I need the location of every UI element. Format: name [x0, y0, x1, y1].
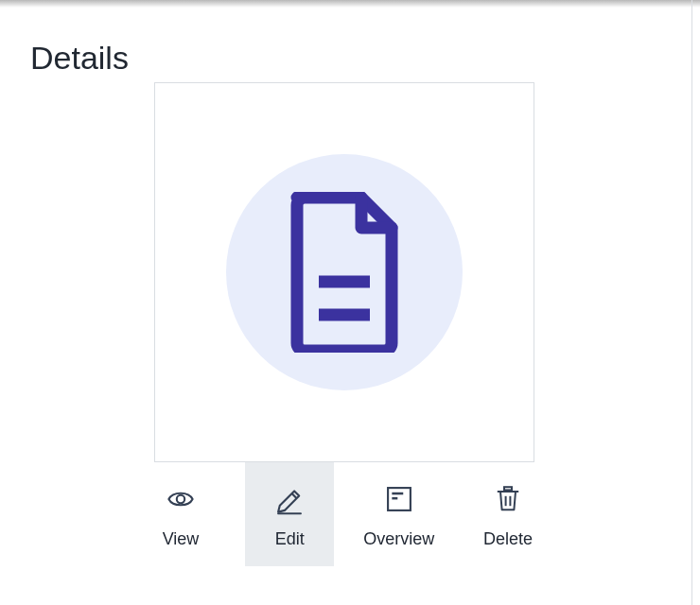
overview-button[interactable]: Overview: [355, 462, 444, 566]
pencil-icon: [271, 480, 308, 518]
delete-button[interactable]: Delete: [464, 462, 552, 566]
details-panel: Details View: [0, 0, 689, 605]
delete-label: Delete: [483, 529, 533, 549]
eye-icon: [162, 480, 200, 518]
page-title: Details: [30, 40, 660, 77]
svg-rect-5: [388, 488, 411, 510]
panel-divider: [691, 0, 692, 605]
svg-line-3: [292, 493, 297, 498]
trash-icon: [489, 480, 527, 518]
preview-circle: [226, 154, 463, 390]
overview-icon: [380, 480, 418, 518]
view-label: View: [163, 529, 200, 549]
svg-rect-9: [504, 487, 512, 490]
action-bar: View Edit Overview: [136, 462, 552, 566]
document-icon: [288, 192, 401, 353]
overview-label: Overview: [363, 529, 434, 549]
edit-button[interactable]: Edit: [245, 462, 334, 566]
edit-label: Edit: [275, 529, 305, 549]
preview-box: [154, 82, 534, 462]
svg-point-2: [177, 494, 184, 502]
view-button[interactable]: View: [136, 462, 225, 566]
